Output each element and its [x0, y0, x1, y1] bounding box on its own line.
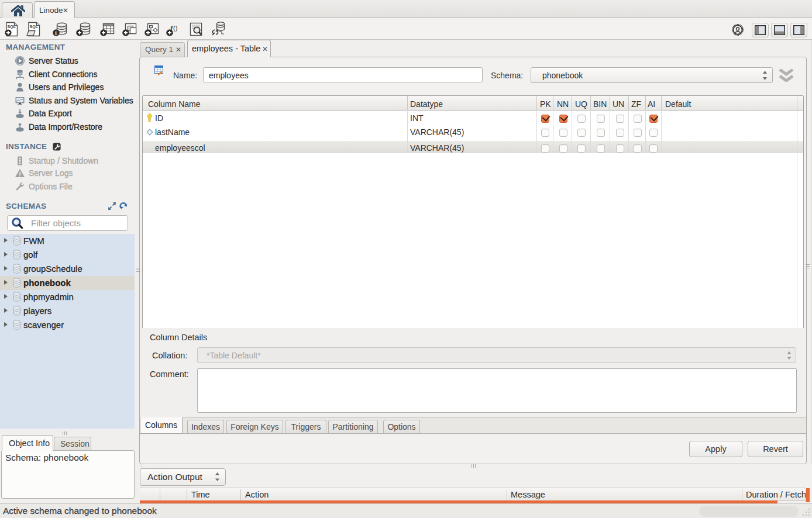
svg-text:i: i — [55, 30, 57, 36]
svg-text:(): () — [173, 25, 177, 32]
svg-text:SQL: SQL — [8, 25, 16, 29]
svg-text:SQL: SQL — [30, 25, 39, 29]
